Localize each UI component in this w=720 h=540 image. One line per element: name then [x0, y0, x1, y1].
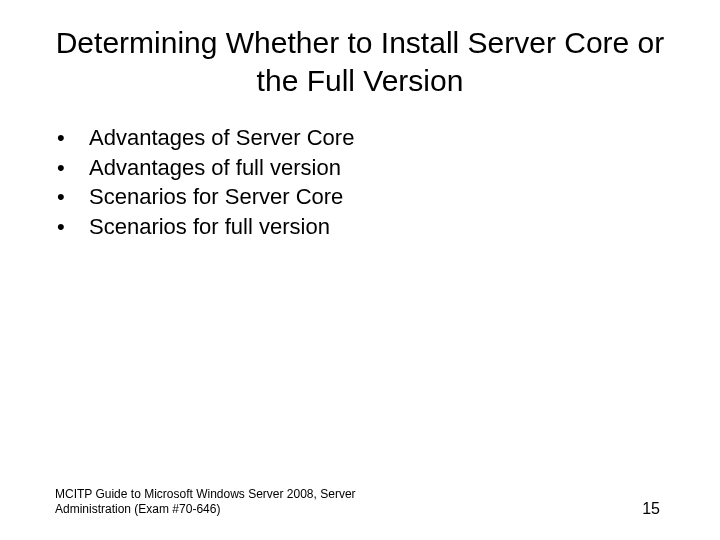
bullet-icon: • — [55, 153, 89, 183]
slide-footer: MCITP Guide to Microsoft Windows Server … — [0, 487, 720, 518]
bullet-icon: • — [55, 123, 89, 153]
bullet-text: Scenarios for Server Core — [89, 182, 720, 212]
list-item: • Advantages of Server Core — [55, 123, 720, 153]
footer-text: MCITP Guide to Microsoft Windows Server … — [55, 487, 365, 518]
bullet-list: • Advantages of Server Core • Advantages… — [55, 123, 720, 242]
bullet-text: Advantages of Server Core — [89, 123, 720, 153]
bullet-text: Scenarios for full version — [89, 212, 720, 242]
bullet-icon: • — [55, 212, 89, 242]
list-item: • Scenarios for Server Core — [55, 182, 720, 212]
list-item: • Scenarios for full version — [55, 212, 720, 242]
list-item: • Advantages of full version — [55, 153, 720, 183]
bullet-icon: • — [55, 182, 89, 212]
slide-title: Determining Whether to Install Server Co… — [0, 0, 720, 99]
page-number: 15 — [642, 500, 660, 518]
bullet-text: Advantages of full version — [89, 153, 720, 183]
slide-body: • Advantages of Server Core • Advantages… — [0, 99, 720, 242]
